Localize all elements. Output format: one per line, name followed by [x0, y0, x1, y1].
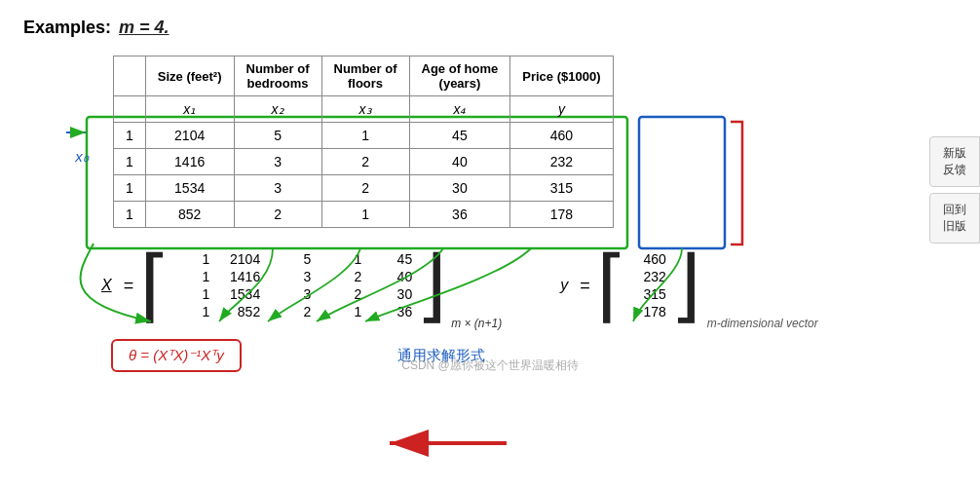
title-label: Examples: [23, 18, 111, 38]
row4-x2: 2 [234, 202, 321, 228]
mx-r1c5: 45 [377, 251, 412, 267]
subhdr-x0 [114, 96, 146, 123]
col-header-age: Age of home(years) [409, 56, 510, 96]
row1-x0: 1 [114, 123, 146, 149]
matrix-y-content: 460 232 315 178 [627, 245, 670, 325]
y-equals: = [580, 276, 590, 296]
table-row: 1 1534 3 2 30 315 [114, 175, 614, 202]
subhdr-y: y [510, 96, 613, 123]
mx-r3c5: 30 [377, 286, 412, 302]
row4-x0: 1 [114, 202, 146, 228]
row3-y: 315 [510, 175, 613, 202]
row4-x1: 852 [145, 202, 234, 228]
title-row: Examples: m = 4. [23, 18, 957, 38]
row3-x1: 1534 [145, 175, 234, 202]
mx-r1c2: 2104 [225, 251, 260, 267]
new-version-feedback-button[interactable]: 新版反馈 [929, 136, 980, 187]
row2-x2: 3 [234, 149, 321, 175]
title-math: m = 4. [119, 18, 170, 38]
row4-x3: 1 [321, 202, 409, 228]
row3-x3: 2 [321, 175, 409, 202]
mx-r2c5: 40 [377, 269, 412, 284]
row4-x4: 36 [409, 202, 510, 228]
row1-x3: 1 [321, 123, 409, 149]
mx-r4c4: 1 [326, 304, 361, 319]
matrix-equals: = [124, 276, 134, 296]
mx-r2c1: 1 [174, 269, 209, 284]
my-r4: 178 [631, 304, 666, 319]
mx-r4c5: 36 [377, 304, 412, 319]
col-header-bedrooms: Number ofbedrooms [234, 56, 321, 96]
row4-y: 178 [510, 202, 613, 228]
m-dim-annotation: m-dimensional vector [707, 314, 818, 331]
mx-r3c1: 1 [174, 286, 209, 302]
col-header-size: Size (feet²) [145, 56, 234, 96]
mx-r4c2: 852 [225, 304, 260, 319]
row3-x2: 3 [234, 175, 321, 202]
my-r2: 232 [631, 269, 666, 284]
row2-y: 232 [510, 149, 613, 175]
subhdr-x3: x₃ [321, 96, 409, 123]
row2-x1: 1416 [145, 149, 234, 175]
sidebar-buttons: 新版反馈 回到旧版 [929, 136, 980, 244]
table-row: 1 852 2 1 36 178 [114, 202, 614, 228]
data-table: Size (feet²) Number ofbedrooms Number of… [113, 56, 614, 228]
matrix-right-bracket: ⌋ [416, 245, 447, 325]
row1-x4: 45 [409, 123, 510, 149]
y-left-bracket: ⌈ [596, 245, 627, 325]
row2-x3: 2 [321, 149, 409, 175]
mx-annotation-text: m × (n+1) [451, 317, 502, 330]
row1-x1: 2104 [145, 123, 234, 149]
row3-x4: 30 [409, 175, 510, 202]
subhdr-x4: x₄ [409, 96, 510, 123]
row3-x0: 1 [114, 175, 146, 202]
table-row: 1 2104 5 1 45 460 [114, 123, 614, 149]
mx-r1c1: 1 [174, 251, 209, 267]
table-row: 1 1416 3 2 40 232 [114, 149, 614, 175]
mx-r2c2: 1416 [225, 269, 260, 284]
mx-r4c3: 2 [276, 304, 311, 319]
row1-x2: 5 [234, 123, 321, 149]
mx-r4c1: 1 [174, 304, 209, 319]
row2-x0: 1 [114, 149, 146, 175]
mx-r1c3: 5 [276, 251, 311, 267]
y-right-bracket: ⌋ [670, 245, 701, 325]
m-dim-text: m-dimensional vector [707, 317, 818, 330]
watermark: CSDN @愿你被这个世界温暖相待 [401, 357, 579, 374]
col-header-price: Price ($1000) [510, 56, 613, 96]
subhdr-x1: x₁ [145, 96, 234, 123]
matrix-X-section: X = ⌈ 1 2104 5 1 45 1 1416 3 2 40 1 1534… [101, 245, 447, 325]
mx-r2c3: 3 [276, 269, 311, 284]
mx-r3c2: 1534 [225, 286, 260, 302]
mx-r2c4: 2 [326, 269, 361, 284]
matrix-left-bracket: ⌈ [139, 245, 170, 325]
main-content: Examples: m = 4. x₀ Size (feet²) Number … [0, 0, 980, 382]
mx-r3c3: 3 [276, 286, 311, 302]
col-header-x0 [114, 56, 146, 96]
col-header-floors: Number offloors [321, 56, 409, 96]
matrix-y-section: y = ⌈ 460 232 315 178 ⌋ [560, 245, 701, 325]
mx-annotation: m × (n+1) [451, 314, 502, 331]
my-r1: 460 [631, 251, 666, 267]
row2-x4: 40 [409, 149, 510, 175]
mx-r1c4: 1 [326, 251, 361, 267]
subhdr-x2: x₂ [234, 96, 321, 123]
matrix-X-label: X [101, 277, 112, 294]
theta-formula-box: θ = (XᵀX)⁻¹Xᵀy [111, 339, 242, 372]
matrix-X-content: 1 2104 5 1 45 1 1416 3 2 40 1 1534 3 2 3… [170, 245, 416, 325]
row1-y: 460 [510, 123, 613, 149]
mx-r3c4: 2 [326, 286, 361, 302]
x0-label: x₀ [75, 148, 89, 166]
theta-formula-text: θ = (XᵀX)⁻¹Xᵀy [129, 347, 224, 363]
y-label: y [560, 277, 568, 294]
back-to-old-button[interactable]: 回到旧版 [929, 193, 980, 244]
my-r3: 315 [631, 286, 666, 302]
